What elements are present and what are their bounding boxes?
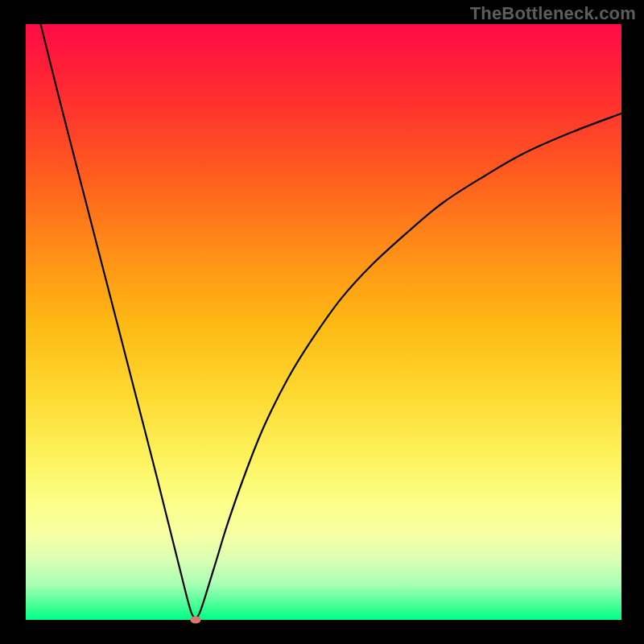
watermark-text: TheBottleneck.com [470, 3, 636, 24]
left-branch-curve [41, 24, 196, 620]
plot-area [26, 24, 621, 620]
chart-frame: TheBottleneck.com [0, 0, 644, 644]
minimum-marker [190, 617, 200, 624]
right-branch-curve [196, 114, 621, 620]
curve-svg [26, 24, 621, 620]
